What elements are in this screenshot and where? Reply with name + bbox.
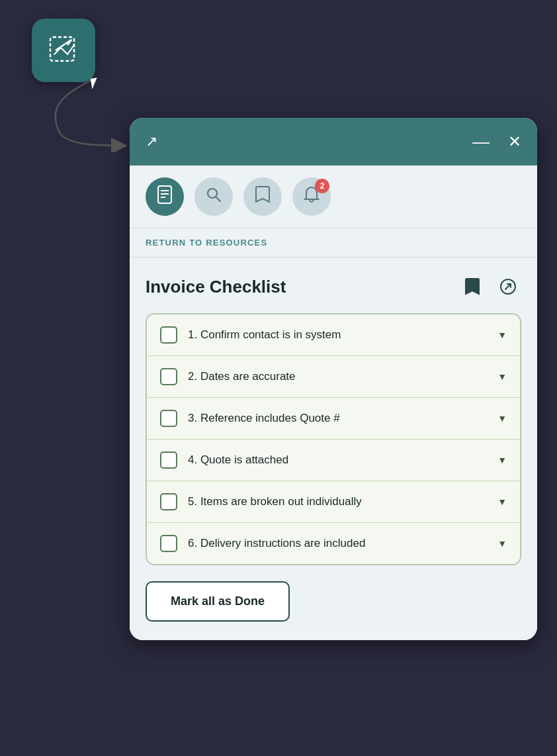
chevron-down-icon: ▼ [497, 413, 507, 424]
close-button[interactable]: ✕ [508, 132, 521, 151]
nav-checklist-button[interactable] [146, 177, 184, 216]
bookmark-action-icon[interactable] [459, 273, 486, 300]
chevron-down-icon: ▼ [497, 496, 507, 507]
checklist-header: Invoice Checklist [146, 273, 521, 300]
titlebar: ↗ — ✕ [130, 118, 537, 165]
arrow-decoration [40, 66, 159, 152]
nav-bell-button[interactable]: 2 [292, 177, 331, 216]
svg-line-10 [505, 284, 511, 289]
notification-badge: 2 [315, 179, 329, 193]
checklist-checkbox-2[interactable] [160, 368, 177, 385]
chevron-down-icon: ▼ [497, 455, 507, 465]
checklist-item-label-6: 6. Delivery instructions are included [188, 537, 490, 550]
main-panel: ↗ — ✕ [130, 118, 537, 640]
header-actions [459, 273, 521, 300]
mark-all-done-button[interactable]: Mark all as Done [146, 581, 290, 622]
checklist-item-label-2: 2. Dates are accurate [188, 370, 490, 383]
checklist-checkbox-1[interactable] [160, 326, 177, 344]
checklist-item-label-3: 3. Reference includes Quote # [188, 412, 490, 425]
checklist-item-label-4: 4. Quote is attached [188, 453, 490, 467]
chevron-down-icon: ▼ [497, 330, 507, 340]
svg-line-8 [216, 197, 221, 202]
svg-line-1 [56, 40, 71, 50]
nav-search-button[interactable] [194, 177, 233, 216]
navbar: 2 [130, 165, 537, 228]
checklist-item[interactable]: 6. Delivery instructions are included ▼ [147, 523, 520, 564]
checklist-checkbox-5[interactable] [160, 493, 177, 510]
checklist-checkbox-4[interactable] [160, 451, 177, 469]
external-link-icon[interactable] [495, 273, 521, 300]
content-area: Invoice Checklist 1. Con [130, 258, 537, 640]
checklist-checkbox-6[interactable] [160, 535, 177, 552]
bookmark-nav-icon [255, 186, 270, 207]
minimize-button[interactable]: — [472, 133, 490, 150]
chevron-down-icon: ▼ [497, 371, 507, 382]
checklist-checkbox-3[interactable] [160, 410, 177, 427]
checklist-container: 1. Confirm contact is in system ▼ 2. Dat… [146, 313, 521, 565]
checklist-item[interactable]: 4. Quote is attached ▼ [147, 440, 520, 481]
checklist-item[interactable]: 1. Confirm contact is in system ▼ [147, 314, 520, 356]
checklist-item[interactable]: 5. Items are broken out individually ▼ [147, 481, 520, 523]
return-to-resources-link[interactable]: RETURN TO RESOURCES [130, 228, 537, 258]
checklist-item[interactable]: 2. Dates are accurate ▼ [147, 356, 520, 398]
nav-bookmark-button[interactable] [243, 177, 282, 216]
window-controls: — ✕ [472, 132, 521, 151]
checklist-item-label-5: 5. Items are broken out individually [188, 495, 490, 508]
checklist-item[interactable]: 3. Reference includes Quote # ▼ [147, 398, 520, 440]
checklist-item-label-1: 1. Confirm contact is in system [188, 328, 490, 342]
checklist-nav-icon [156, 185, 173, 208]
checklist-title: Invoice Checklist [146, 277, 286, 297]
search-nav-icon [206, 187, 222, 207]
chevron-down-icon: ▼ [497, 538, 507, 549]
